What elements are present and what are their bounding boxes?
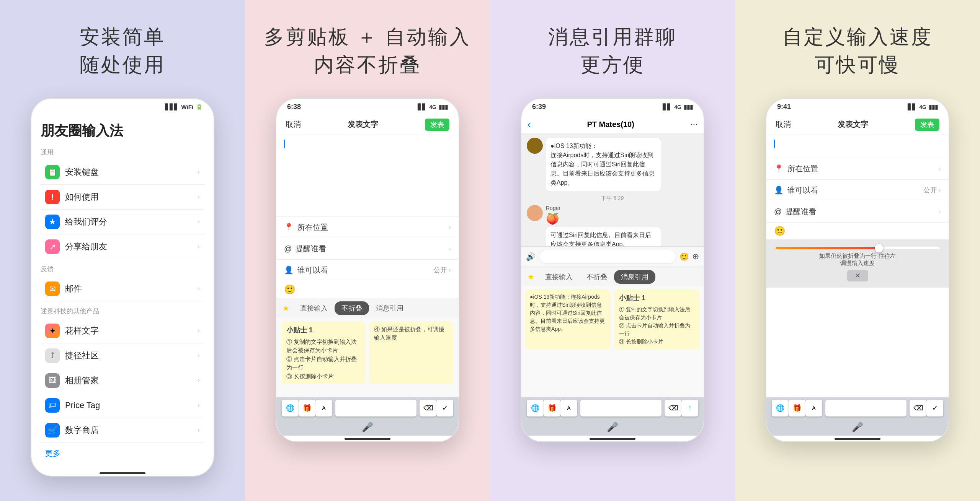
clip-card-right[interactable]: ④ 如果还是被折叠，可调慢输入速度 [369, 321, 453, 385]
text-key-4[interactable]: A [805, 400, 822, 416]
phone-1-content: 朋友圈输入法 通用 📋 安装键盘 › ! 如何使用 › ★ 给我们评分 › ↗ … [31, 115, 214, 470]
emoji-icon[interactable]: 🙂 [284, 284, 296, 295]
text-key-3[interactable]: A [560, 400, 577, 416]
pricetag-text: Price Tag [65, 400, 192, 410]
delete-key[interactable]: ⌫ [420, 400, 436, 416]
send-key-3[interactable]: ↑ [681, 400, 698, 416]
digitalstore-icon: 🛒 [45, 423, 60, 438]
sticker-key-3[interactable]: 🎁 [544, 400, 560, 416]
person-icon: 👤 [284, 265, 294, 275]
cancel-button-4[interactable]: 取消 [776, 119, 791, 130]
list-item[interactable]: 🛒 数字商店 › [41, 418, 204, 443]
clip-card-3-left[interactable]: ●iOS 13新功能：连接Airpods时，支持通过Siri朗读收到信息内容，同… [525, 289, 611, 350]
close-speed-button[interactable]: ✕ [847, 270, 868, 281]
location-icon-4: 📍 [774, 164, 784, 173]
howto-icon: ! [45, 190, 60, 204]
clip-card-3-title: 小贴士 1 [619, 293, 695, 303]
chevron-right-icon: › [449, 266, 451, 274]
chevron-icon: › [198, 218, 200, 226]
list-item[interactable]: 🖼 相册管家 › [41, 368, 204, 393]
emoji-icon-chat[interactable]: 🙂 [679, 252, 689, 261]
clip-cards-row-3: ●iOS 13新功能：连接Airpods时，支持通过Siri朗读收到信息内容，同… [525, 289, 700, 350]
post-button[interactable]: 发表 [425, 119, 449, 131]
chat-time: 下午 6:29 [527, 195, 698, 202]
more-link[interactable]: 更多 [41, 443, 204, 464]
nav-title: 发表文字 [348, 119, 378, 130]
clip-card-left[interactable]: 小贴士 1 ① 复制的文字切换到输入法后会被保存为小卡片② 点击卡片自动输入并折… [282, 321, 366, 385]
status-time-3: 6:39 [532, 103, 546, 111]
text-key[interactable]: A [315, 400, 332, 416]
chat-title: PT Mates(10) [535, 120, 687, 129]
check-key-4[interactable]: ✓ [926, 400, 943, 416]
more-button[interactable]: ··· [691, 119, 697, 129]
tab-quote[interactable]: 消息引用 [369, 301, 410, 315]
location-row-4[interactable]: 📍 所在位置 › [766, 158, 949, 179]
location-row[interactable]: 📍 所在位置 › [276, 216, 459, 238]
chevron-right-icon: › [939, 186, 941, 194]
post-button-4[interactable]: 发表 [915, 119, 939, 131]
list-item[interactable]: ★ 给我们评分 › [41, 210, 204, 234]
globe-key[interactable]: 🌐 [282, 400, 299, 416]
clip-card-3-right[interactable]: 小贴士 1 ① 复制的文字切换到输入法后会被保存为小卡片② 点击卡片自动输入并折… [614, 289, 700, 350]
clip-card-content-left: ① 复制的文字切换到输入法后会被保存为小卡片② 点击卡片自动输入并折叠为一行③ … [286, 338, 361, 381]
cancel-button[interactable]: 取消 [286, 119, 301, 130]
text-cursor-4 [774, 140, 775, 148]
speed-thumb[interactable] [875, 244, 883, 252]
section-products-label: 述灵科技的其他产品 [41, 307, 204, 316]
list-item[interactable]: 📋 安装键盘 › [41, 160, 204, 185]
mic-icon-4[interactable]: 🎤 [852, 422, 863, 433]
list-item[interactable]: ⤴ 捷径社区 › [41, 343, 204, 368]
list-item[interactable]: ! 如何使用 › [41, 185, 204, 210]
visibility-row-4[interactable]: 👤 谁可以看 公开 › [766, 179, 949, 201]
visibility-row[interactable]: 👤 谁可以看 公开 › [276, 259, 459, 281]
chat-input-field[interactable] [539, 250, 676, 264]
mic-icon-3[interactable]: 🎤 [607, 422, 618, 433]
clip-card-3-right-content: ① 复制的文字切换到输入法后会被保存为小卡片② 点击卡片自动输入并折叠为一行③ … [619, 306, 695, 346]
signal-icon-4: ▋▋ [908, 104, 917, 111]
audio-icon[interactable]: 🔊 [526, 252, 536, 261]
post-content-area-4[interactable] [766, 135, 949, 158]
nav-title-4: 发表文字 [838, 119, 868, 130]
album-text: 相册管家 [65, 375, 192, 386]
lte-icon-4: 4G [919, 104, 926, 110]
location-label-4: 所在位置 [787, 164, 818, 174]
remind-row[interactable]: @ 提醒谁看 › [276, 238, 459, 259]
emoji-icon-4[interactable]: 🙂 [774, 226, 786, 236]
chevron-right-icon: › [939, 208, 941, 216]
digitalstore-text: 数字商店 [65, 425, 192, 436]
tab-nofold-3[interactable]: 不折叠 [580, 270, 614, 284]
post-content-area[interactable] [276, 135, 459, 216]
chevron-icon: › [198, 193, 200, 201]
fancy-text: 花样文字 [65, 325, 192, 337]
spacebar-3[interactable] [580, 400, 662, 416]
tab-quote-3[interactable]: 消息引用 [614, 270, 655, 284]
list-item[interactable]: 🏷 Price Tag › [41, 393, 204, 418]
sticker-key[interactable]: 🎁 [299, 400, 315, 416]
add-icon-chat[interactable]: ⊕ [692, 252, 699, 262]
album-icon: 🖼 [45, 373, 60, 388]
status-time-4: 9:41 [777, 103, 791, 111]
list-item[interactable]: ↗ 分享给朋友 › [41, 234, 204, 259]
mic-icon[interactable]: 🎤 [362, 422, 373, 433]
back-button[interactable]: ‹ [528, 119, 531, 130]
spacebar-4[interactable] [825, 400, 906, 416]
phone-2: 6:38 ▋▋ 4G ▮▮▮ 取消 发表文字 发表 📍 所在位置 › [276, 98, 459, 442]
list-item[interactable]: ✉ 邮件 › [41, 277, 204, 301]
chevron-right-icon: › [449, 245, 451, 253]
tab-direct[interactable]: 直接输入 [293, 301, 335, 315]
delete-key-4[interactable]: ⌫ [910, 400, 926, 416]
globe-key-3[interactable]: 🌐 [527, 400, 544, 416]
spacebar[interactable] [335, 400, 416, 416]
sticker-key-4[interactable]: 🎁 [789, 400, 805, 416]
emoji-row: 🙂 [276, 281, 459, 298]
phone-2-notch [341, 99, 394, 109]
star-icon-3: ★ [528, 272, 534, 281]
speed-track[interactable] [776, 247, 939, 249]
list-item[interactable]: ✦ 花样文字 › [41, 319, 204, 343]
check-key[interactable]: ✓ [436, 400, 453, 416]
globe-key-4[interactable]: 🌐 [772, 400, 789, 416]
tab-direct-3[interactable]: 直接输入 [538, 270, 580, 284]
tab-nofold[interactable]: 不折叠 [335, 301, 369, 315]
delete-key-3[interactable]: ⌫ [665, 400, 681, 416]
remind-row-4[interactable]: @ 提醒谁看 › [766, 201, 949, 222]
